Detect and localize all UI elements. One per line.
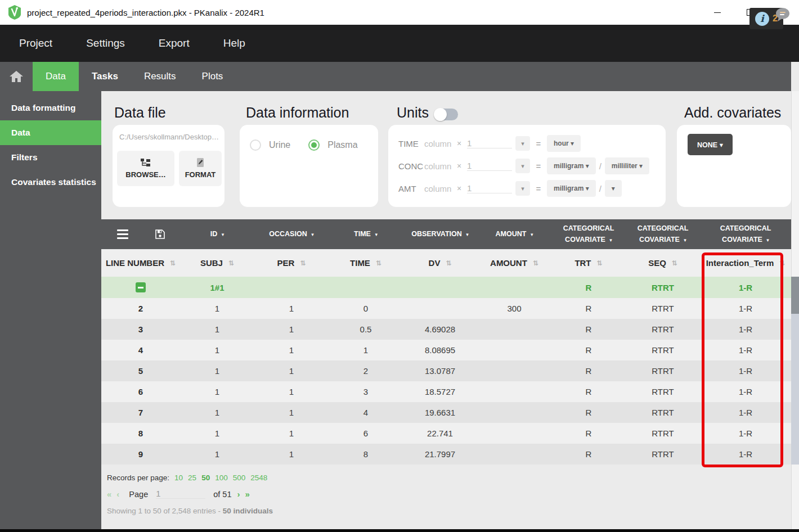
- group-header-occasion[interactable]: OCCASION ▾: [254, 219, 329, 249]
- format-button[interactable]: FORMAT: [179, 151, 222, 186]
- table-row[interactable]: 711419.6631RRTRT1-R: [101, 402, 791, 423]
- table-cell: 21.7997: [403, 444, 477, 465]
- group-header-amount[interactable]: AMOUNT ▾: [477, 219, 551, 249]
- unit-column-dropdown[interactable]: ▾: [515, 159, 530, 173]
- table-cell: 1: [180, 402, 254, 423]
- table-row[interactable]: 3110.54.69028RRTRT1-R: [101, 319, 791, 340]
- column-header-per[interactable]: PER⇅: [254, 249, 329, 277]
- group-header-observation[interactable]: OBSERVATION ▾: [403, 219, 477, 249]
- units-row-amt: AMTcolumn×▾=milligram ▾/▾: [398, 180, 622, 197]
- table-cell: 2: [101, 298, 180, 319]
- urine-radio[interactable]: [250, 139, 261, 151]
- records-per-page-option-25[interactable]: 25: [188, 474, 196, 482]
- sidebar-item-filters[interactable]: Filters: [0, 145, 101, 170]
- table-cell: RTRT: [626, 319, 700, 340]
- table-cell: [254, 277, 329, 298]
- units-toggle[interactable]: [434, 109, 458, 120]
- chevron-down-icon: ▾: [766, 237, 769, 243]
- covariates-none-dropdown[interactable]: NONE ▾: [688, 134, 733, 155]
- menu-project[interactable]: Project: [19, 37, 52, 49]
- table-row[interactable]: 911821.7997RRTRT1-R: [101, 444, 791, 465]
- tab-results[interactable]: Results: [131, 62, 189, 91]
- last-page-button[interactable]: »: [245, 489, 249, 499]
- column-header-seq[interactable]: SEQ⇅: [626, 249, 700, 277]
- column-header-line-number[interactable]: LINE NUMBER⇅: [101, 249, 180, 277]
- save-icon[interactable]: [155, 229, 165, 239]
- records-per-page-option-2548[interactable]: 2548: [250, 474, 267, 482]
- column-header-time[interactable]: TIME⇅: [329, 249, 403, 277]
- chevron-down-icon: ▾: [311, 232, 314, 237]
- unit-multiplier-input[interactable]: [467, 138, 512, 148]
- table-row[interactable]: 2110300RRTRT1-R: [101, 298, 791, 319]
- records-per-page-option-50[interactable]: 50: [201, 474, 210, 482]
- unit-dropdown-milligram[interactable]: milligram ▾: [547, 180, 596, 197]
- column-header-label: DV: [429, 258, 441, 268]
- unit-denominator-dropdown[interactable]: ▾: [605, 180, 622, 197]
- chat-bubble-icon: [774, 6, 791, 23]
- table-row[interactable]: 511213.0787RRTRT1-R: [101, 360, 791, 381]
- table-cell: 1-R: [700, 360, 791, 381]
- column-header-label: LINE NUMBER: [106, 258, 164, 268]
- browse-button[interactable]: BROWSE…: [117, 151, 174, 186]
- records-per-page-option-500[interactable]: 500: [233, 474, 246, 482]
- column-header-subj[interactable]: SUBJ⇅: [180, 249, 254, 277]
- column-header-trt[interactable]: TRT⇅: [551, 249, 626, 277]
- tab-data[interactable]: Data: [33, 62, 79, 91]
- sidebar-item-covariates-statistics[interactable]: Covariates statistics: [0, 170, 101, 195]
- records-per-page-option-10[interactable]: 10: [174, 474, 183, 482]
- feedback-button[interactable]: [774, 6, 791, 25]
- unit-multiplier-input[interactable]: [467, 183, 512, 193]
- menu-settings[interactable]: Settings: [86, 37, 125, 49]
- sidebar-item-data[interactable]: Data: [0, 120, 101, 145]
- unit-row-label: TIME: [398, 139, 424, 148]
- table-cell: R: [551, 298, 626, 319]
- column-header-dv[interactable]: DV⇅: [403, 249, 477, 277]
- group-header-categorical-covariate[interactable]: CATEGORICALCOVARIATE ▾: [700, 219, 791, 249]
- add-covariates-card: NONE ▾: [677, 125, 791, 207]
- group-header-categorical-covariate[interactable]: CATEGORICALCOVARIATE ▾: [551, 219, 626, 249]
- unit-dropdown-hour[interactable]: hour ▾: [547, 135, 581, 152]
- column-header-interaction_term[interactable]: Interaction_Term⇅: [700, 249, 791, 277]
- minimize-button[interactable]: [701, 0, 734, 25]
- table-cell: [477, 340, 551, 360]
- group-header-line: COVARIATE ▾: [722, 235, 769, 245]
- table-row[interactable]: 611318.5727RRTRT1-R: [101, 381, 791, 402]
- title-bar: project_repeated_4periods_interaction.pk…: [0, 0, 799, 25]
- sidebar-item-data-formatting[interactable]: Data formatting: [0, 96, 101, 120]
- table-cell: 2: [329, 360, 403, 381]
- menu-help[interactable]: Help: [223, 37, 245, 49]
- column-header-amount[interactable]: AMOUNT⇅: [477, 249, 551, 277]
- table-scrollbar-thumb[interactable]: [791, 277, 799, 314]
- tab-plots[interactable]: Plots: [189, 62, 236, 91]
- prev-page-button[interactable]: ‹: [116, 489, 119, 499]
- menu-export[interactable]: Export: [159, 37, 190, 49]
- tab-tasks[interactable]: Tasks: [79, 62, 131, 91]
- group-header-line: TIME ▾: [354, 229, 378, 240]
- home-button[interactable]: [0, 62, 33, 91]
- group-header-time[interactable]: TIME ▾: [329, 219, 403, 249]
- unit-denominator-dropdown[interactable]: milliliter ▾: [605, 157, 649, 174]
- next-page-button[interactable]: ›: [237, 489, 240, 499]
- table-row[interactable]: 811622.741RRTRT1-R: [101, 423, 791, 444]
- group-header-categorical-covariate[interactable]: CATEGORICALCOVARIATE ▾: [626, 219, 700, 249]
- collapse-row-icon[interactable]: [136, 282, 146, 292]
- table-cell: R: [551, 360, 626, 381]
- unit-column-placeholder: column: [424, 184, 457, 193]
- plasma-radio[interactable]: [308, 139, 320, 151]
- group-header-id[interactable]: ID ▾: [180, 219, 254, 249]
- page-input[interactable]: [156, 489, 205, 499]
- records-per-page-option-100[interactable]: 100: [215, 474, 228, 482]
- unit-dropdown-milligram[interactable]: milligram ▾: [547, 157, 596, 174]
- units-row-time: TIMEcolumn×▾=hour ▾: [398, 135, 581, 152]
- tab-bar: DataTasksResultsPlots: [0, 62, 791, 91]
- table-row[interactable]: 41118.08695RRTRT1-R: [101, 340, 791, 360]
- unit-column-dropdown[interactable]: ▾: [515, 181, 530, 196]
- table-scrollbar[interactable]: [791, 277, 799, 465]
- data-information-card: Urine Plasma: [240, 125, 378, 207]
- browse-label: BROWSE…: [125, 170, 166, 179]
- table-menu-icon[interactable]: [117, 229, 128, 240]
- urine-label: Urine: [269, 140, 290, 150]
- unit-multiplier-input[interactable]: [467, 161, 512, 171]
- unit-column-dropdown[interactable]: ▾: [515, 136, 530, 151]
- first-page-button[interactable]: «: [107, 489, 111, 499]
